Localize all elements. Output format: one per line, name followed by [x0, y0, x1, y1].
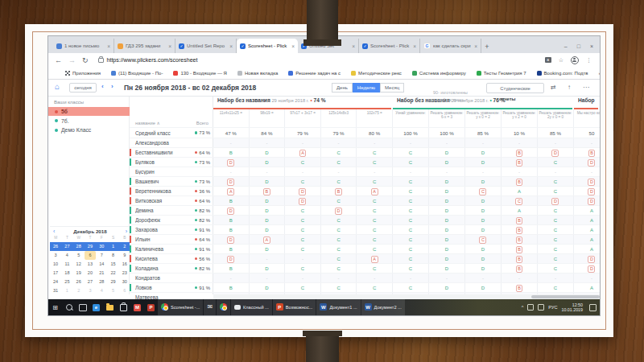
bookmarks-overflow-icon[interactable]: »	[599, 71, 600, 76]
student-row[interactable]: Буляков73 %	[130, 157, 213, 167]
calendar-date[interactable]: 14	[96, 260, 107, 269]
browser-tab[interactable]: ✓Untitled Set Repo×	[175, 39, 237, 53]
chrome-window-button[interactable]	[217, 299, 230, 316]
prev-week-icon[interactable]: ‹	[101, 83, 104, 90]
close-icon[interactable]: ×	[590, 43, 593, 49]
today-button[interactable]: сегодня	[69, 83, 97, 93]
calendar-date[interactable]: 4	[61, 251, 72, 260]
url-text[interactable]: https://www.plickers.com/scoresheet	[107, 57, 198, 63]
view-button-месяц[interactable]: Месяц	[380, 83, 404, 93]
calendar-date[interactable]: 12	[73, 260, 85, 269]
chat-window-button[interactable]: Классный ...	[231, 299, 272, 316]
calendar-date[interactable]: 2	[73, 286, 85, 295]
calendar-prev-icon[interactable]: ‹	[53, 228, 55, 234]
calendar-date[interactable]: 10	[50, 260, 61, 269]
tab-close-icon[interactable]: ×	[291, 43, 295, 49]
student-row[interactable]: Ловков91 %	[130, 282, 213, 292]
share-icon[interactable]: ↑	[568, 84, 571, 91]
bookmark-item[interactable]: Booking.com: Подтв	[537, 71, 588, 76]
calendar-date[interactable]: 6	[119, 286, 130, 295]
calendar-date[interactable]: 30	[96, 242, 107, 251]
calendar-date[interactable]: 29	[85, 242, 96, 251]
search-taskbar-icon[interactable]	[62, 299, 76, 315]
student-row[interactable]: Демина82 %	[130, 205, 213, 215]
windows-taskbar-icon[interactable]: ⊞	[48, 299, 62, 315]
calendar-date[interactable]: 27	[85, 278, 96, 286]
reload-icon[interactable]: ↻	[82, 56, 89, 64]
scrollbar-thumb[interactable]	[531, 295, 600, 298]
calendar-date[interactable]: 4	[96, 286, 107, 295]
calendar-date[interactable]: 9	[119, 251, 130, 260]
calendar-date[interactable]: 30	[119, 278, 130, 286]
tray-network-icon[interactable]	[527, 304, 534, 311]
calendar-date[interactable]: 5	[107, 286, 118, 295]
redapp1-taskbar-icon[interactable]: M	[130, 299, 144, 315]
calendar-date[interactable]: 6	[85, 251, 96, 260]
calendar-date[interactable]: 3	[85, 286, 96, 295]
calendar-date[interactable]: 8	[107, 251, 118, 260]
resize-icon[interactable]: ⇄	[551, 84, 556, 91]
calendar-date[interactable]: 26	[50, 242, 61, 251]
calendar-date[interactable]: 15	[107, 260, 118, 269]
action-center-icon[interactable]	[589, 304, 597, 311]
student-row[interactable]: Ильин64 %	[130, 234, 213, 244]
calendar-date[interactable]: 24	[50, 278, 61, 286]
calendar-date[interactable]: 28	[96, 278, 107, 286]
average-row-name[interactable]: Средний класс73 %	[130, 127, 213, 138]
bookmark-item[interactable]: Методические рекс	[351, 71, 402, 76]
tray-caret-icon[interactable]: ^	[522, 305, 524, 310]
class-item[interactable]: 7б.	[48, 117, 130, 125]
name-column-header[interactable]: название ∧	[135, 121, 160, 125]
view-button-неделю[interactable]: Неделю	[353, 83, 380, 93]
student-row[interactable]: Коладина82 %	[130, 263, 213, 273]
student-row[interactable]: Дорофеюк82 %	[130, 215, 213, 224]
student-row[interactable]: Калиничева91 %	[130, 244, 213, 253]
back-icon[interactable]: ←	[55, 56, 62, 64]
restore-icon[interactable]: □	[577, 43, 580, 49]
calendar-date[interactable]: 17	[50, 269, 61, 278]
translate-icon[interactable]: a	[545, 57, 551, 63]
bookmark-star-icon[interactable]: ☆	[559, 57, 564, 64]
calendar-date[interactable]: 26	[73, 278, 85, 286]
student-row[interactable]: Захарова91 %	[130, 224, 213, 234]
store-taskbar-icon[interactable]	[117, 299, 130, 315]
tab-close-icon[interactable]: ×	[107, 43, 110, 49]
tab-close-icon[interactable]: ×	[168, 43, 171, 49]
chrome-window-button[interactable]: Scoresheet -...	[158, 299, 203, 316]
browser-tab[interactable]: ✓Scoresheet - Plick×	[237, 39, 298, 53]
calendar-date[interactable]: 11	[61, 260, 72, 269]
more-options-icon[interactable]: ⋯	[583, 84, 589, 91]
forward-icon[interactable]: →	[68, 56, 76, 64]
new-tab-button[interactable]: +	[481, 40, 493, 53]
browser-tab[interactable]: ✓Scoresheet - Plick×	[359, 39, 420, 53]
tray-language[interactable]: РУС	[548, 305, 557, 310]
browser-tab[interactable]: Gкак сделать скри×	[420, 39, 481, 53]
calendar-date[interactable]: 5	[73, 251, 85, 260]
calendar-date[interactable]: 31	[50, 286, 61, 295]
folder-taskbar-icon[interactable]	[103, 299, 117, 315]
class-item[interactable]: 5б	[48, 107, 130, 116]
bookmark-item[interactable]: Система информиру	[412, 71, 466, 76]
tray-volume-icon[interactable]	[538, 304, 544, 311]
taskview-taskbar-icon[interactable]	[76, 299, 89, 315]
calendar-date[interactable]: 25	[61, 278, 72, 286]
student-row[interactable]: Александрова	[130, 138, 213, 147]
calendar-date[interactable]: 13	[85, 260, 96, 269]
powerpoint-window-button[interactable]: PВозможнос...	[273, 299, 316, 316]
bookmark-item[interactable]: Тесты Геометрия 7	[477, 71, 526, 76]
view-button-день[interactable]: День	[332, 83, 353, 93]
home-icon[interactable]: ⌂	[55, 82, 60, 91]
tab-close-icon[interactable]: ×	[474, 43, 477, 49]
next-week-icon[interactable]: ›	[111, 83, 114, 90]
word-window-button[interactable]: WДокумент2 ...	[361, 299, 405, 316]
calendar-date[interactable]: 3	[50, 251, 61, 260]
edge-taskbar-icon[interactable]: e	[89, 299, 103, 315]
calendar-next-icon[interactable]: ›	[126, 228, 127, 234]
minimize-icon[interactable]: –	[564, 43, 568, 49]
tray-clock[interactable]: 12:50 10.01.2019	[561, 302, 583, 312]
calendar-date[interactable]: 1	[107, 242, 118, 251]
calendar-date[interactable]: 1	[61, 286, 72, 295]
calendar-date[interactable]: 27	[61, 242, 72, 251]
calendar-date[interactable]: 23	[119, 269, 130, 278]
student-row[interactable]: Бусурин	[130, 167, 213, 176]
